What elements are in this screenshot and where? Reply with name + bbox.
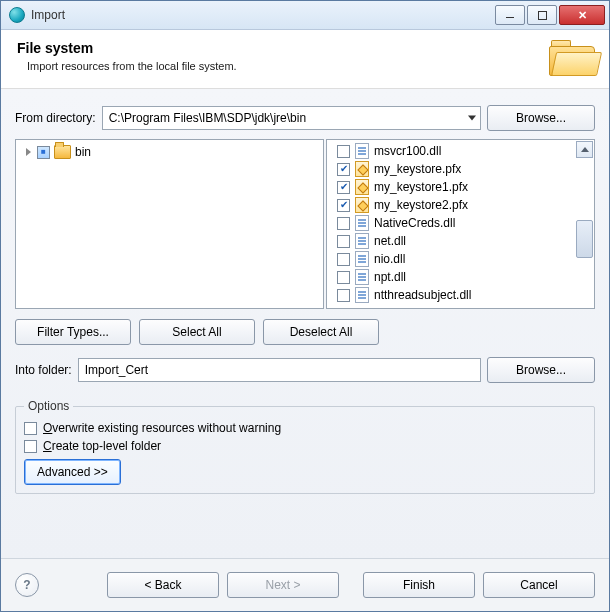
tree-row-bin[interactable]: bin: [22, 144, 317, 160]
back-button[interactable]: < Back: [107, 572, 219, 598]
into-folder-input[interactable]: Import_Cert: [78, 358, 481, 382]
minimize-button[interactable]: [495, 5, 525, 25]
file-name: my_keystore.pfx: [374, 162, 461, 176]
toplevel-checkbox[interactable]: [24, 440, 37, 453]
file-name: nio.dll: [374, 252, 405, 266]
dll-file-icon: [355, 251, 369, 267]
file-checkbox[interactable]: [337, 145, 350, 158]
from-directory-value: C:\Program Files\IBM\SDP\jdk\jre\bin: [109, 111, 306, 125]
next-button[interactable]: Next >: [227, 572, 339, 598]
file-name: NativeCreds.dll: [374, 216, 455, 230]
file-row[interactable]: my_keystore.pfx: [333, 160, 594, 178]
file-checkbox[interactable]: [337, 253, 350, 266]
cancel-button[interactable]: Cancel: [483, 572, 595, 598]
file-name: ntthreadsubject.dll: [374, 288, 471, 302]
titlebar[interactable]: Import ✕: [1, 1, 609, 30]
import-dialog: Import ✕ File system Import resources fr…: [0, 0, 610, 612]
toplevel-label: Create top-level folder: [43, 439, 161, 453]
certificate-file-icon: [355, 197, 369, 213]
toplevel-option[interactable]: Create top-level folder: [24, 437, 586, 455]
deselect-all-button[interactable]: Deselect All: [263, 319, 379, 345]
file-checkbox[interactable]: [337, 235, 350, 248]
dll-file-icon: [355, 233, 369, 249]
into-folder-row: Into folder: Import_Cert Browse...: [15, 357, 595, 383]
from-directory-combo[interactable]: C:\Program Files\IBM\SDP\jdk\jre\bin: [102, 106, 481, 130]
select-all-button[interactable]: Select All: [139, 319, 255, 345]
tree-checkbox-bin[interactable]: [37, 146, 50, 159]
folder-icon: [549, 40, 593, 76]
filter-types-button[interactable]: Filter Types...: [15, 319, 131, 345]
file-row[interactable]: nio.dll: [333, 250, 594, 268]
wizard-footer: ? < Back Next > Finish Cancel: [1, 558, 609, 611]
from-directory-browse-button[interactable]: Browse...: [487, 105, 595, 131]
file-checkbox[interactable]: [337, 289, 350, 302]
file-name: my_keystore2.pfx: [374, 198, 468, 212]
into-folder-browse-button[interactable]: Browse...: [487, 357, 595, 383]
finish-button[interactable]: Finish: [363, 572, 475, 598]
wizard-header: File system Import resources from the lo…: [1, 30, 609, 89]
folder-tree[interactable]: bin: [15, 139, 324, 309]
window-buttons: ✕: [495, 5, 605, 25]
selection-buttons: Filter Types... Select All Deselect All: [15, 319, 595, 345]
into-folder-value: Import_Cert: [85, 363, 148, 377]
from-directory-label: From directory:: [15, 111, 96, 125]
window-title: Import: [31, 8, 65, 22]
dll-file-icon: [355, 269, 369, 285]
certificate-file-icon: [355, 161, 369, 177]
file-row[interactable]: my_keystore1.pfx: [333, 178, 594, 196]
overwrite-label: Overwrite existing resources without war…: [43, 421, 281, 435]
chevron-down-icon: [468, 116, 476, 121]
certificate-file-icon: [355, 179, 369, 195]
file-checkbox[interactable]: [337, 217, 350, 230]
scroll-up-button[interactable]: [576, 141, 593, 158]
page-subtitle: Import resources from the local file sys…: [27, 60, 549, 72]
options-legend: Options: [24, 399, 73, 413]
file-checkbox[interactable]: [337, 181, 350, 194]
scrollbar-thumb[interactable]: [576, 220, 593, 258]
close-button[interactable]: ✕: [559, 5, 605, 25]
file-row[interactable]: NativeCreds.dll: [333, 214, 594, 232]
maximize-button[interactable]: [527, 5, 557, 25]
file-list[interactable]: msvcr100.dllmy_keystore.pfxmy_keystore1.…: [326, 139, 595, 309]
expand-icon[interactable]: [26, 148, 31, 156]
from-directory-row: From directory: C:\Program Files\IBM\SDP…: [15, 105, 595, 131]
file-row[interactable]: my_keystore2.pfx: [333, 196, 594, 214]
dll-file-icon: [355, 287, 369, 303]
page-title: File system: [17, 40, 549, 56]
file-checkbox[interactable]: [337, 271, 350, 284]
file-row[interactable]: msvcr100.dll: [333, 142, 594, 160]
advanced-button[interactable]: Advanced >>: [24, 459, 121, 485]
help-button[interactable]: ?: [15, 573, 39, 597]
dll-file-icon: [355, 215, 369, 231]
overwrite-option[interactable]: Overwrite existing resources without war…: [24, 419, 586, 437]
file-name: npt.dll: [374, 270, 406, 284]
into-folder-label: Into folder:: [15, 363, 72, 377]
file-checkbox[interactable]: [337, 199, 350, 212]
tree-label-bin: bin: [75, 145, 91, 159]
wizard-body: From directory: C:\Program Files\IBM\SDP…: [1, 89, 609, 558]
dll-file-icon: [355, 143, 369, 159]
file-row[interactable]: npt.dll: [333, 268, 594, 286]
file-name: my_keystore1.pfx: [374, 180, 468, 194]
overwrite-checkbox[interactable]: [24, 422, 37, 435]
file-checkbox[interactable]: [337, 163, 350, 176]
file-name: net.dll: [374, 234, 406, 248]
file-row[interactable]: ntthreadsubject.dll: [333, 286, 594, 304]
selection-panes: bin msvcr100.dllmy_keystore.pfxmy_keysto…: [15, 139, 595, 309]
app-icon: [9, 7, 25, 23]
folder-icon: [54, 145, 71, 159]
options-group: Options Overwrite existing resources wit…: [15, 399, 595, 494]
file-name: msvcr100.dll: [374, 144, 441, 158]
file-row[interactable]: net.dll: [333, 232, 594, 250]
